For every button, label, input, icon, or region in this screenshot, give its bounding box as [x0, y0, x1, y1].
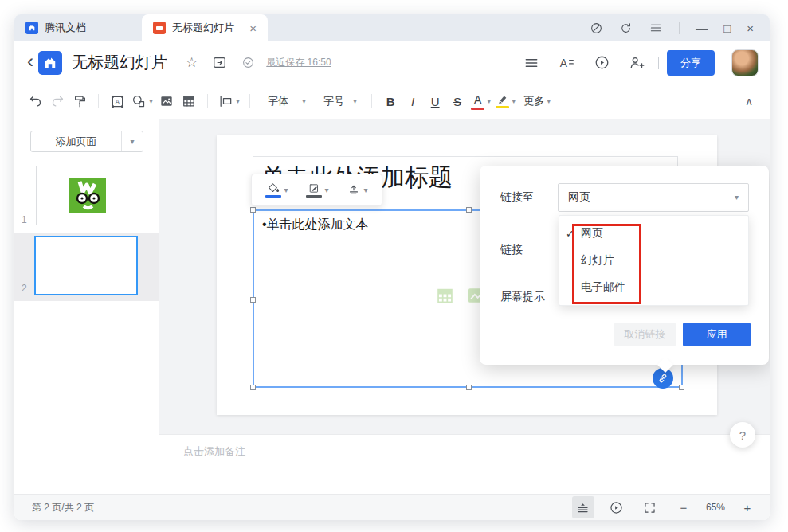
header: ‹ 无标题幻灯片 ☆ 最近保存 16:50 A 分享 — [14, 41, 770, 84]
maximize-icon[interactable]: □ — [723, 22, 731, 35]
browser-menu-icon[interactable] — [649, 21, 663, 35]
user-avatar[interactable] — [731, 49, 759, 76]
fill-caret-icon: ▾ — [284, 186, 288, 194]
tab-close-icon[interactable]: × — [249, 22, 257, 34]
font-size-select[interactable]: 字号 ▾ — [321, 89, 359, 113]
notes-area[interactable]: 点击添加备注 ? — [159, 434, 770, 494]
fit-screen-button[interactable] — [639, 496, 661, 518]
saved-check-icon — [241, 56, 255, 69]
italic-button[interactable]: I — [402, 89, 424, 113]
more-button[interactable]: 更多 ▾ — [521, 89, 553, 113]
help-button[interactable]: ? — [730, 422, 755, 448]
slide-1-thumbnail[interactable] — [36, 166, 139, 225]
body-placeholder-label: 单击此处添加文本 — [267, 217, 369, 231]
font-color-letter: A — [472, 93, 484, 106]
tab-document-label: 无标题幻灯片 — [172, 21, 234, 35]
insert-table-button[interactable] — [178, 89, 200, 113]
toggle-notes-button[interactable] — [572, 496, 594, 518]
insert-shape-button[interactable]: ▾ — [128, 89, 155, 113]
fill-color-bar — [265, 195, 281, 198]
toolbar-separator — [249, 94, 250, 108]
slides-file-icon — [153, 22, 166, 34]
collapse-toolbar-button[interactable]: ∧ — [738, 89, 760, 113]
undo-button[interactable] — [24, 89, 46, 113]
add-collaborator-icon[interactable] — [623, 50, 650, 76]
zoom-level[interactable]: 65% — [706, 502, 725, 513]
slide-1-number: 1 — [22, 214, 27, 225]
zoom-in-button[interactable]: + — [736, 496, 759, 518]
insert-image-button[interactable] — [155, 89, 178, 113]
link-type-select[interactable]: 网页 ▾ — [558, 183, 749, 212]
add-page-button[interactable]: 添加页面 ▾ — [30, 131, 143, 152]
desktop: 腾讯文档 无标题幻灯片 × — □ × ‹ — [0, 0, 788, 532]
refresh-icon[interactable] — [619, 22, 633, 35]
header-divider — [658, 57, 659, 69]
size-caret-icon: ▾ — [353, 97, 357, 105]
resize-handle-top-left[interactable] — [250, 207, 256, 213]
underline-button[interactable]: U — [424, 89, 446, 113]
redo-button[interactable] — [46, 89, 69, 113]
window-controls: — □ × — [590, 14, 770, 41]
page-indicator: 第 2 页/共 2 页 — [32, 501, 94, 514]
workspace: 添加页面 ▾ 1 2 单击此处添加标题 — [14, 119, 770, 494]
format-painter-button[interactable] — [69, 89, 91, 113]
highlight-color-button[interactable]: ▾ — [493, 89, 518, 113]
svg-text:A: A — [115, 98, 120, 106]
share-button[interactable]: 分享 — [667, 50, 715, 76]
apply-button[interactable]: 应用 — [683, 323, 751, 346]
font-caret-icon: ▾ — [302, 97, 306, 105]
link-type-caret-icon: ▾ — [735, 194, 739, 201]
header-actions: A 分享 — [518, 49, 759, 76]
app-window: 腾讯文档 无标题幻灯片 × — □ × ‹ — [14, 14, 770, 520]
arrange-caret-icon: ▾ — [363, 186, 367, 194]
save-status[interactable]: 最近保存 16:50 — [266, 56, 331, 69]
toolbar-separator — [371, 94, 372, 108]
add-page-caret[interactable]: ▾ — [121, 131, 143, 151]
floating-format-toolbar: ▾ ▾ ▾ — [251, 174, 382, 206]
tab-home[interactable]: 腾讯文档 — [14, 14, 142, 41]
window-close-icon[interactable]: × — [747, 22, 754, 35]
document-title[interactable]: 无标题幻灯片 — [72, 52, 167, 73]
insert-textbox-button[interactable]: A — [106, 89, 128, 113]
add-page-label: 添加页面 — [31, 131, 121, 151]
privacy-shield-icon[interactable] — [590, 22, 603, 35]
font-family-select[interactable]: 字体 ▾ — [265, 89, 308, 113]
resize-handle-top-middle[interactable] — [466, 207, 472, 213]
border-color-button[interactable]: ▾ — [306, 183, 328, 198]
move-to-folder-icon[interactable] — [212, 55, 227, 70]
toolbar-separator — [98, 94, 99, 108]
strikethrough-button[interactable]: S — [446, 89, 468, 113]
link-type-value: 网页 — [568, 190, 590, 205]
outline-view-icon[interactable]: A — [553, 50, 580, 76]
zoom-out-button[interactable]: − — [672, 496, 695, 518]
font-color-button[interactable]: A ▾ — [468, 89, 493, 113]
bold-button[interactable]: B — [379, 89, 402, 113]
play-slideshow-button[interactable] — [606, 496, 628, 518]
tab-document[interactable]: 无标题幻灯片 × — [142, 14, 268, 41]
highlight-caret-icon: ▾ — [512, 97, 516, 105]
resize-handle-bottom-right[interactable] — [679, 385, 684, 390]
minimize-icon[interactable]: — — [696, 22, 708, 35]
slide-2-number: 2 — [22, 283, 27, 294]
annotation-highlight-box — [572, 224, 641, 304]
font-color-bar — [471, 108, 484, 110]
border-color-bar — [306, 195, 322, 198]
header-divider-2 — [723, 57, 723, 69]
window-controls-divider — [679, 22, 680, 34]
slide-2-thumbnail[interactable] — [34, 236, 138, 295]
resize-handle-bottom-middle[interactable] — [466, 385, 472, 390]
tab-bar: 腾讯文档 无标题幻灯片 × — □ × — [14, 14, 770, 41]
arrange-button[interactable]: ▾ — [347, 183, 367, 198]
favorite-star-icon[interactable]: ☆ — [186, 54, 198, 71]
slide-layout-button[interactable]: ▾ — [215, 89, 242, 113]
mascot-image — [69, 178, 106, 213]
remove-link-button[interactable]: 取消链接 — [614, 323, 676, 346]
font-color-caret-icon: ▾ — [487, 97, 491, 105]
present-icon[interactable] — [588, 50, 615, 76]
menu-icon[interactable] — [518, 50, 545, 76]
fill-color-button[interactable]: ▾ — [265, 182, 288, 198]
resize-handle-middle-left[interactable] — [250, 297, 256, 303]
resize-handle-bottom-left[interactable] — [250, 385, 256, 390]
back-icon[interactable]: ‹ — [27, 50, 33, 72]
layout-caret-icon: ▾ — [236, 97, 240, 105]
